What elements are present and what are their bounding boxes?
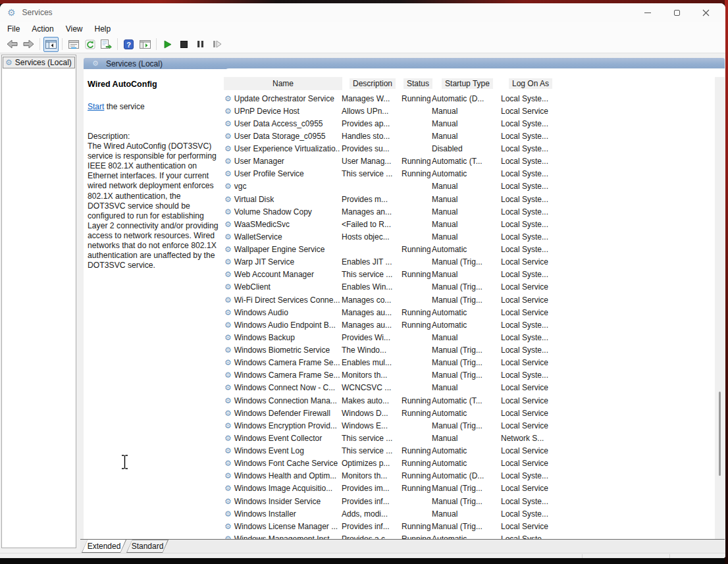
table-row[interactable]: ⚙Windows Insider ServiceProvides inf...M… [221, 495, 715, 507]
forward-button[interactable] [21, 37, 36, 52]
service-gear-icon: ⚙ [224, 497, 232, 506]
cell-startup-type: Manual [430, 232, 499, 242]
maximize-button[interactable] [662, 3, 691, 22]
cell-log-on-as: Local Syste... [499, 207, 557, 217]
table-row[interactable]: ⚙Windows Event LogThis service ...Runnin… [221, 445, 715, 457]
minimize-button[interactable] [633, 3, 662, 22]
table-row[interactable]: ⚙User Data Storage_c0955Handles sto...Ma… [221, 130, 715, 142]
refresh-button[interactable] [82, 37, 97, 52]
cell-name: ⚙User Data Storage_c0955 [221, 132, 340, 141]
table-row[interactable]: ⚙Windows AudioManages au...RunningAutoma… [221, 306, 715, 319]
export-list-button[interactable] [99, 37, 114, 52]
table-row[interactable]: ⚙Windows Defender FirewallWindows D...Ru… [221, 407, 715, 419]
cell-startup-type: Manual [430, 270, 499, 279]
table-row[interactable]: ⚙Web Account ManagerThis service ...Runn… [221, 269, 715, 281]
table-row[interactable]: ⚙Virtual DiskProvides m...ManualLocal Sy… [221, 193, 715, 205]
show-hide-action-pane-button[interactable] [138, 37, 153, 52]
cell-name: ⚙Wallpaper Engine Service [221, 245, 340, 254]
table-row[interactable]: ⚙Windows Connect Now - C...WCNCSVC ...Ma… [221, 382, 715, 394]
cell-description: Allows UPn... [340, 107, 400, 116]
menu-help[interactable]: Help [89, 23, 117, 35]
table-row[interactable]: ⚙WebClientEnables Win...Manual (Trig...L… [221, 281, 715, 294]
column-header-name[interactable]: Name [224, 77, 342, 90]
tab-extended[interactable]: Extended [82, 540, 126, 553]
stop-service-button[interactable] [176, 37, 192, 52]
start-service-link[interactable]: Start [88, 102, 104, 111]
cell-log-on-as: Local Service [499, 308, 557, 317]
column-header-description[interactable]: Description [342, 77, 403, 90]
cell-name: ⚙Volume Shadow Copy [221, 207, 340, 217]
table-row[interactable]: ⚙Wallpaper Engine ServiceRunningAutomati… [221, 244, 715, 256]
service-gear-icon: ⚙ [224, 308, 232, 317]
table-row[interactable]: ⚙Windows Biometric ServiceThe Windo...Ma… [221, 344, 715, 357]
cell-log-on-as: Local Syste... [499, 157, 557, 166]
cell-startup-type: Manual [430, 509, 499, 519]
cell-status: Running [400, 94, 430, 103]
table-row[interactable]: ⚙Windows Audio Endpoint B...Manages au..… [221, 319, 715, 331]
cell-status: Running [400, 484, 430, 493]
service-description: Description: The Wired AutoConfig (DOT3S… [88, 132, 220, 270]
cell-status: Running [400, 534, 430, 539]
table-row[interactable]: ⚙Windows Font Cache ServiceOptimizes p..… [221, 457, 715, 470]
cell-log-on-as: Local Syste... [499, 371, 557, 380]
cell-log-on-as: Local Syste... [499, 333, 557, 342]
table-row[interactable]: ⚙Windows Management Inst...Provides a c.… [221, 532, 715, 539]
pause-service-button[interactable] [193, 37, 208, 52]
service-gear-icon: ⚙ [224, 282, 232, 292]
tab-standard[interactable]: Standard [126, 540, 169, 553]
table-row[interactable]: ⚙Windows Health and Optim...Monitors th.… [221, 470, 715, 482]
column-header-log-on-as[interactable]: Log On As [502, 77, 559, 90]
cell-name: ⚙Windows Audio Endpoint B... [221, 320, 340, 330]
tree-item-services-local[interactable]: ⚙ Services (Local) [3, 57, 75, 68]
table-row[interactable]: ⚙Windows Connection Mana...Makes auto...… [221, 394, 715, 407]
list-rows: ⚙Update Orchestrator ServiceManages W...… [221, 92, 715, 539]
cell-status: Running [400, 270, 430, 279]
table-row[interactable]: ⚙Windows InstallerAdds, modi...ManualLoc… [221, 507, 715, 520]
services-window: ⚙ Services File Action View Help [0, 3, 725, 558]
start-service-button[interactable] [160, 37, 175, 52]
table-row[interactable]: ⚙User Data Access_c0955Provides ap...Man… [221, 117, 715, 130]
cell-startup-type: Manual [430, 220, 499, 229]
table-row[interactable]: ⚙UPnP Device HostAllows UPn...ManualLoca… [221, 105, 715, 117]
column-header-status[interactable]: Status [403, 77, 433, 90]
properties-button[interactable] [66, 37, 81, 52]
table-row[interactable]: ⚙Windows Encryption Provid...Windows E..… [221, 419, 715, 432]
service-gear-icon: ⚙ [224, 157, 232, 166]
scrollbar-thumb[interactable] [719, 392, 721, 476]
menu-action[interactable]: Action [26, 23, 59, 35]
cell-log-on-as: Local Syste... [499, 245, 557, 254]
cell-startup-type: Manual [430, 132, 499, 141]
table-row[interactable]: ⚙User ManagerUser Manag...RunningAutomat… [221, 155, 715, 168]
table-row[interactable]: ⚙User Profile ServiceThis service ...Run… [221, 168, 715, 180]
column-header-startup-type[interactable]: Startup Type [433, 77, 502, 90]
table-row[interactable]: ⚙Volume Shadow CopyManages an...ManualLo… [221, 205, 715, 218]
table-row[interactable]: ⚙User Experience Virtualizatio...Provide… [221, 143, 715, 155]
restart-service-button[interactable] [209, 37, 224, 52]
table-row[interactable]: ⚙vgcManualLocal Syste... [221, 180, 715, 193]
table-row[interactable]: ⚙Windows Camera Frame Se...Enables mul..… [221, 357, 715, 369]
table-row[interactable]: ⚙WaaSMedicSvc<Failed to R...ManualLocal … [221, 218, 715, 230]
toolbar-separator [39, 38, 40, 50]
table-row[interactable]: ⚙WalletServiceHosts objec...ManualLocal … [221, 230, 715, 243]
show-hide-console-tree-button[interactable] [43, 37, 59, 52]
table-row[interactable]: ⚙Warp JIT ServiceEnables JIT ...Manual (… [221, 256, 715, 269]
table-row[interactable]: ⚙Windows Camera Frame Se...Monitors th..… [221, 369, 715, 382]
menu-view[interactable]: View [60, 23, 89, 35]
vertical-scrollbar[interactable] [715, 77, 725, 539]
table-row[interactable]: ⚙Windows License Manager ...Provides inf… [221, 520, 715, 532]
table-row[interactable]: ⚙Windows BackupProvides Wi...ManualLocal… [221, 331, 715, 344]
pane-header-gear-icon: ⚙ [92, 59, 99, 68]
cell-name: ⚙Update Orchestrator Service [221, 94, 340, 103]
menu-file[interactable]: File [1, 23, 26, 35]
cell-description: WCNCSVC ... [340, 383, 400, 392]
title-bar[interactable]: ⚙ Services [0, 3, 725, 22]
table-row[interactable]: ⚙Wi-Fi Direct Services Conne...Manages c… [221, 294, 715, 306]
cell-description: User Manag... [340, 157, 400, 166]
table-row[interactable]: ⚙Update Orchestrator ServiceManages W...… [221, 92, 715, 105]
cell-startup-type: Automatic (T... [430, 157, 499, 166]
help-button[interactable]: ? [121, 37, 136, 52]
table-row[interactable]: ⚙Windows Image Acquisitio...Provides im.… [221, 482, 715, 495]
table-row[interactable]: ⚙Windows Event CollectorThis service ...… [221, 432, 715, 444]
back-button[interactable] [5, 37, 20, 52]
close-button[interactable] [691, 3, 720, 22]
